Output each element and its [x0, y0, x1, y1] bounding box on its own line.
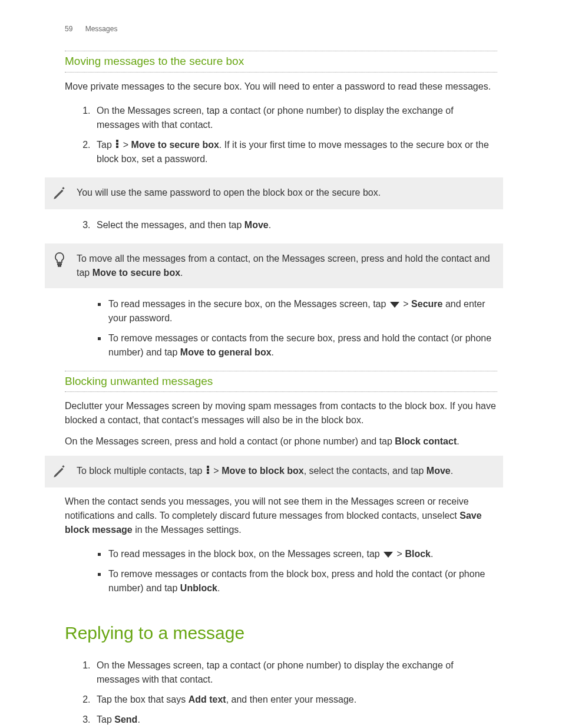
bold-text: Move	[427, 466, 451, 476]
callout-text: You will use the same password to open t…	[77, 186, 495, 201]
dropdown-triangle-icon	[384, 552, 393, 558]
text: Select the messages, and then tap	[97, 220, 244, 230]
bold-text: Move	[244, 220, 269, 230]
text: >	[401, 299, 411, 309]
heading: Replying to a message	[65, 620, 497, 646]
section-title-wrap: Moving messages to the secure box	[65, 51, 497, 73]
paragraph: Move private messages to the secure box.…	[65, 80, 497, 94]
bullet-list: To read messages in the block box, on th…	[107, 544, 497, 598]
list-item: To read messages in the block box, on th…	[107, 544, 497, 564]
divider	[65, 371, 497, 371]
callout-text: To move all the messages from a contact,…	[77, 252, 495, 280]
bullet-list: To read messages in the secure box, on t…	[107, 294, 497, 363]
text: On the Messages screen, tap a contact (o…	[97, 106, 454, 130]
text: , and then enter your message.	[226, 694, 356, 704]
list-item: Tap the box that says Add text, and then…	[93, 690, 497, 710]
section-title: Moving messages to the secure box	[65, 52, 497, 71]
dropdown-triangle-icon	[390, 302, 399, 308]
list-item: Tap Send.	[93, 710, 497, 728]
bold-text: Move to secure box	[92, 268, 180, 278]
divider	[65, 51, 497, 51]
list-item: On the Messages screen, tap a contact (o…	[93, 655, 497, 690]
text: .	[457, 436, 459, 446]
list-item: On the Messages screen, tap a contact (o…	[93, 101, 497, 135]
page-number: 59	[65, 24, 72, 34]
text: .	[431, 549, 433, 559]
bold-text: Block	[405, 549, 431, 559]
text: On the Messages screen, press and hold a…	[65, 436, 395, 446]
divider	[65, 391, 497, 392]
text: >	[394, 549, 405, 559]
overflow-menu-icon	[115, 139, 119, 149]
overflow-menu-icon	[206, 465, 210, 475]
list-item: To remove messages or contacts from the …	[107, 328, 497, 363]
text: >	[120, 140, 131, 150]
paragraph: On the Messages screen, press and hold a…	[65, 434, 497, 449]
text: To remove messages or contacts from the …	[108, 569, 485, 593]
bold-text: Move to general box	[180, 347, 272, 357]
note-callout: To block multiple contacts, tap > Move t…	[45, 456, 503, 487]
text: , select the contacts, and tap	[304, 466, 427, 476]
text: To remove messages or contacts from the …	[108, 333, 491, 357]
section-title: Blocking unwanted messages	[65, 373, 497, 391]
text: Tap	[97, 714, 114, 724]
list-item: To remove messages or contacts from the …	[107, 564, 497, 598]
bold-text: Move to secure box	[131, 140, 219, 150]
section-name: Messages	[85, 25, 118, 33]
text: .	[451, 466, 453, 476]
bold-text: Block contact	[395, 436, 457, 446]
pencil-icon	[51, 186, 68, 201]
text: Tap the box that says	[97, 694, 189, 704]
ordered-list: Select the messages, and then tap Move.	[93, 215, 497, 235]
lightbulb-icon	[51, 252, 68, 280]
divider	[65, 72, 497, 73]
pencil-icon	[51, 464, 68, 479]
note-callout: You will use the same password to open t…	[45, 177, 503, 209]
section-title-wrap: Blocking unwanted messages	[65, 371, 497, 393]
text: To read messages in the secure box, on t…	[108, 299, 389, 309]
text: To block multiple contacts, tap	[77, 466, 205, 476]
text: >	[211, 466, 222, 476]
paragraph: When the contact sends you messages, you…	[65, 495, 497, 537]
text: .	[217, 583, 220, 593]
list-item: Select the messages, and then tap Move.	[93, 215, 497, 235]
text: .	[272, 347, 274, 357]
page-header: 59 Messages	[65, 24, 497, 34]
text: On the Messages screen, tap a contact (o…	[97, 660, 454, 684]
bold-text: Secure	[411, 299, 442, 309]
paragraph: Declutter your Messages screen by moving…	[65, 399, 497, 427]
text: .	[269, 220, 271, 230]
ordered-list: On the Messages screen, tap a contact (o…	[93, 655, 497, 728]
bold-text: Add text	[189, 694, 226, 704]
text: .	[137, 714, 140, 724]
tip-callout: To move all the messages from a contact,…	[45, 243, 503, 288]
list-item: To read messages in the secure box, on t…	[107, 294, 497, 328]
bold-text: Unblock	[180, 583, 217, 593]
bold-text: Move to block box	[222, 466, 304, 476]
callout-text: To block multiple contacts, tap > Move t…	[77, 464, 495, 479]
text: Tap	[97, 140, 114, 150]
list-item: Tap > Move to secure box. If it is your …	[93, 135, 497, 169]
text: When the contact sends you messages, you…	[65, 496, 469, 521]
bold-text: Send	[114, 714, 137, 724]
ordered-list: On the Messages screen, tap a contact (o…	[93, 101, 497, 169]
text: in the Messages settings.	[133, 525, 242, 535]
text: .	[180, 268, 183, 278]
text: To read messages in the block box, on th…	[108, 549, 382, 559]
